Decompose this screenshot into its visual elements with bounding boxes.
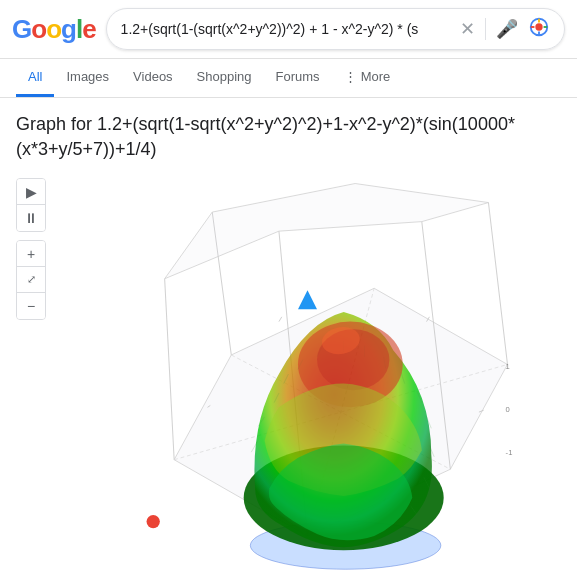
play-button[interactable]: ▶ [17,179,45,205]
logo-e: e [82,14,95,45]
blue-arrow [298,291,317,310]
tab-images[interactable]: Images [54,59,121,97]
svg-text:0: 0 [506,405,510,414]
main-content: Graph for 1.2+(sqrt(1-sqrt(x^2+y^2)^2)+1… [0,98,577,579]
graph-svg: 1 0 -1 [54,174,561,574]
close-icon[interactable]: ✕ [460,18,475,40]
google-logo: Google [12,14,96,45]
tab-videos[interactable]: Videos [121,59,185,97]
zoom-fit-button[interactable]: ⤢ [17,267,45,293]
logo-o1: o [31,14,46,45]
more-dots-icon: ⋮ [344,69,357,84]
zoom-controls: + ⤢ − [16,240,46,320]
zoom-in-button[interactable]: + [17,241,45,267]
svg-text:1: 1 [506,363,510,372]
svg-point-1 [535,23,542,30]
pause-button[interactable]: ⏸ [17,205,45,231]
tab-more-label: More [361,69,391,84]
zoom-out-button[interactable]: − [17,293,45,319]
google-lens-icon[interactable] [528,16,550,43]
tab-all[interactable]: All [16,59,54,97]
playback-controls: ▶ ⏸ [16,178,46,232]
graph-title: Graph for 1.2+(sqrt(1-sqrt(x^2+y^2)^2)+1… [16,112,561,162]
graph-area: ▶ ⏸ + ⤢ − [16,174,561,574]
search-icons: ✕ 🎤 [460,16,550,43]
tab-more[interactable]: ⋮ More [332,59,403,97]
search-input[interactable]: 1.2+(sqrt(1-(sqrt(x^2+y^2))^2) + 1 - x^2… [121,21,452,37]
graph-container[interactable]: 1 0 -1 [54,174,561,574]
nav-tabs: All Images Videos Shopping Forums ⋮ More [0,59,577,98]
logo-o2: o [46,14,61,45]
search-bar[interactable]: 1.2+(sqrt(1-(sqrt(x^2+y^2))^2) + 1 - x^2… [106,8,565,50]
svg-marker-21 [298,291,317,310]
svg-marker-8 [165,184,489,279]
svg-text:-1: -1 [506,448,513,457]
graph-controls: ▶ ⏸ + ⤢ − [16,174,46,574]
tab-shopping[interactable]: Shopping [185,59,264,97]
svg-line-7 [165,279,175,460]
logo-g: G [12,14,31,45]
microphone-icon[interactable]: 🎤 [496,18,518,40]
red-dot [147,515,160,528]
tab-forums[interactable]: Forums [264,59,332,97]
svg-line-5 [488,203,507,365]
header: Google 1.2+(sqrt(1-(sqrt(x^2+y^2))^2) + … [0,0,577,59]
svg-line-16 [279,317,282,322]
logo-g2: g [61,14,76,45]
vertical-divider [485,18,486,40]
